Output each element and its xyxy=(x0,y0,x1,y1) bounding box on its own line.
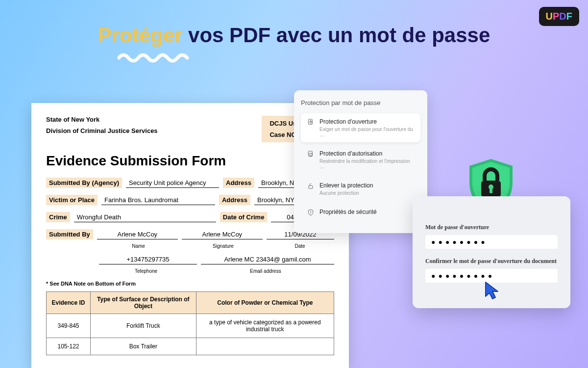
label-address-2: Address xyxy=(219,195,250,205)
th-evidence-id: Evidence ID xyxy=(47,292,91,314)
sublabel-telephone: Telephone xyxy=(95,268,197,274)
state-line1: State of New York xyxy=(46,116,158,123)
value-submitted-by-agency: Security Unit police Agency xyxy=(126,179,219,188)
value-email: Arlene MC 23434@ gamil.com xyxy=(201,256,334,264)
menu-item-sub: Exiger un mot de passe pour l'ouverture … xyxy=(319,127,415,137)
state-line2: Division of Criminal Justice Services xyxy=(46,127,158,134)
unlock-icon xyxy=(307,182,315,190)
value-signature: Arlene McCoy xyxy=(182,231,263,239)
cell-desc: Forklift Truck xyxy=(91,314,196,338)
menu-item-title: Enlever la protection xyxy=(319,182,415,189)
svg-rect-7 xyxy=(490,188,492,193)
menu-item-title: Protection d'autorisation xyxy=(319,150,415,157)
svg-rect-3 xyxy=(309,185,313,188)
password-dots: ●●●●●●●● xyxy=(431,238,488,246)
dna-note: * See DNA Note on Bottom of Form xyxy=(46,281,334,287)
value-victim-place: Farinha Bros. Laundromat xyxy=(101,196,215,205)
cell-id: 105-122 xyxy=(47,338,91,355)
cell-desc: Box Trailer xyxy=(91,338,196,355)
menu-item-permission-protection[interactable]: Protection d'autorisation Restreindre la… xyxy=(301,145,420,174)
cell-color: a type of vehicle categorized as a power… xyxy=(196,314,334,338)
open-password-input[interactable]: ●●●●●●●● xyxy=(425,235,558,249)
logo-letter-p: P xyxy=(553,11,559,22)
sublabel-email: Email address xyxy=(197,268,334,274)
page-headline: Protéger vos PDF avec un mot de passe xyxy=(98,24,490,47)
form-title: Evidence Submission Form xyxy=(46,153,334,169)
cell-color xyxy=(196,338,334,355)
menu-item-sub: Restreindre la modification et l'impress… xyxy=(319,158,415,169)
updf-logo: UPDF xyxy=(539,7,579,26)
document-shield-icon xyxy=(307,150,315,158)
menu-item-remove-protection[interactable]: Enlever la protection Aucune protection xyxy=(301,177,420,201)
menu-item-sub: Aucune protection xyxy=(319,190,415,196)
table-row: 105-122 Box Trailer xyxy=(47,338,334,355)
headline-rest: vos PDF avec un mot de passe xyxy=(182,24,490,47)
value-telephone: +13475297735 xyxy=(99,256,197,264)
sublabel-signature: Signature xyxy=(181,243,266,249)
cell-id: 349-845 xyxy=(47,314,91,338)
value-crime: Wrongful Death xyxy=(74,213,216,222)
state-info: State of New York Division of Criminal J… xyxy=(46,116,158,134)
logo-letter-d: D xyxy=(559,11,566,22)
logo-letter-f: F xyxy=(566,11,572,22)
value-name: Arlene McCoy xyxy=(97,231,178,239)
cursor-icon xyxy=(484,281,501,300)
menu-item-title: Protection d'ouverture xyxy=(319,118,415,125)
label-victim-place: Victim or Place xyxy=(46,195,98,205)
password-protection-menu: Protection par mot de passe Protection d… xyxy=(294,90,427,233)
open-password-label: Mot de passe d'ouverture xyxy=(425,224,558,231)
headline-emphasis: Protéger xyxy=(98,24,183,47)
label-address-1: Address xyxy=(223,178,254,188)
label-crime: Crime xyxy=(46,212,70,222)
sublabel-date: Date xyxy=(266,243,334,249)
svg-rect-1 xyxy=(310,122,312,123)
label-date-of-crime: Date of Crime xyxy=(220,212,268,222)
evidence-table: Evidence ID Type of Surface or Descripti… xyxy=(46,291,334,355)
menu-title: Protection par mot de passe xyxy=(301,99,420,106)
svg-point-4 xyxy=(310,211,311,211)
password-dots: ●●●●●●●●● xyxy=(431,272,495,280)
label-submitted-by-agency: Submitted By (Agency) xyxy=(46,178,122,188)
th-powder-color: Color of Powder or Chemical Type xyxy=(196,292,334,314)
menu-item-title: Propriétés de sécurité xyxy=(319,209,415,215)
squiggle-underline-icon xyxy=(118,51,191,66)
th-surface-desc: Type of Surface or Description of Object xyxy=(91,292,196,314)
menu-item-open-protection[interactable]: Protection d'ouverture Exiger un mot de … xyxy=(301,113,420,142)
confirm-password-label: Confirmer le mot de passe d'ouverture du… xyxy=(425,258,558,265)
shield-info-icon xyxy=(307,209,315,216)
sublabel-name: Name xyxy=(96,243,181,249)
table-row: 349-845 Forklift Truck a type of vehicle… xyxy=(47,314,334,338)
logo-letter-u: U xyxy=(546,11,553,22)
label-submitted-by: Submitted By xyxy=(46,229,93,239)
menu-item-security-properties[interactable]: Propriétés de sécurité xyxy=(301,204,420,221)
document-lock-icon xyxy=(307,118,315,126)
